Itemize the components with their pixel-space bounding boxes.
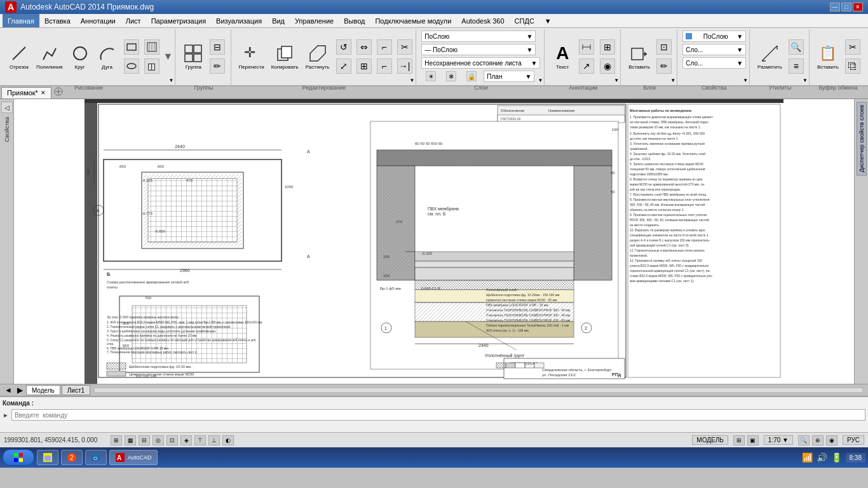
props-expand[interactable]: ▼ xyxy=(743,78,748,83)
menu-a360[interactable]: Autodesk 360 xyxy=(456,14,509,27)
clock[interactable]: 8:38 xyxy=(846,453,865,463)
menu-annotate[interactable]: Аннотации xyxy=(76,14,121,27)
maximize-button[interactable]: □ xyxy=(841,3,851,11)
tool-array[interactable]: ⊞ xyxy=(355,57,374,75)
start-button[interactable] xyxy=(3,449,34,466)
tool-leader[interactable]: ↗ xyxy=(577,57,596,75)
plan-dropdown[interactable]: План▼ xyxy=(484,71,534,82)
menu-home[interactable]: Главная xyxy=(3,14,39,27)
tray-battery[interactable]: 🔋 xyxy=(831,452,842,463)
layer-toggle1[interactable]: ☀ xyxy=(421,71,440,82)
status-icon-polar[interactable]: ◎ xyxy=(153,435,164,445)
tool-region[interactable]: ◫ xyxy=(142,57,161,75)
menu-output[interactable]: Вывод xyxy=(339,14,370,27)
command-input[interactable] xyxy=(11,409,865,421)
status-icon-snap[interactable]: ▦ xyxy=(125,435,136,445)
tool-copy[interactable]: Копировать xyxy=(269,42,301,71)
tool-polyline[interactable]: Полилиния xyxy=(34,42,65,71)
tool-trim[interactable]: ✂ xyxy=(395,38,414,56)
drawing-canvas[interactable]: Обозначение Наименование ГОСТ1321-16 А-А xyxy=(14,99,854,384)
layer-dropdown[interactable]: ПоСлою▼ xyxy=(421,30,536,42)
tool-find[interactable]: 🔍 xyxy=(787,38,806,56)
status-icon-qp[interactable]: ◐ xyxy=(222,435,234,445)
tool-groupedit[interactable]: ✏ xyxy=(208,57,227,75)
tool-rotate[interactable]: ↺ xyxy=(334,38,353,56)
model-btn[interactable]: МОДЕЛЬ xyxy=(692,435,728,445)
tool-insert[interactable]: Вставить xyxy=(626,42,653,71)
view-icon-3[interactable]: ◉ xyxy=(826,435,837,445)
lineweight-dropdown[interactable]: Сло...▼ xyxy=(682,57,746,69)
tool-stretch[interactable]: Растянуть xyxy=(303,42,332,71)
tool-ungroup[interactable]: ⊟ xyxy=(208,38,227,56)
close-button[interactable]: ✕ xyxy=(853,3,863,11)
tool-table[interactable]: ⊞ xyxy=(598,38,617,56)
tool-extend[interactable]: →| xyxy=(395,57,414,75)
menu-more[interactable]: ▼ xyxy=(539,14,557,27)
menu-viz[interactable]: Визуализация xyxy=(211,14,267,27)
tool-copy2[interactable]: ⿻ xyxy=(843,57,862,75)
sheet-nav-next[interactable]: ▶ xyxy=(15,386,25,395)
linetype-dropdown[interactable]: — ПоСлою▼ xyxy=(421,44,536,55)
tool-mirror[interactable]: ⇔ xyxy=(355,38,374,56)
minimize-button[interactable]: — xyxy=(830,3,840,11)
tool-text[interactable]: A Текст xyxy=(550,42,575,71)
taskbar-explorer[interactable] xyxy=(37,450,58,465)
util-expand[interactable]: ▼ xyxy=(803,78,808,83)
sheet-tab-model[interactable]: Модель xyxy=(26,385,60,395)
menu-view[interactable]: Вид xyxy=(267,14,290,27)
status-icon-ortho[interactable]: ⊟ xyxy=(139,435,150,445)
tool-hatch[interactable] xyxy=(142,38,161,56)
sheet-tab-sheet1[interactable]: Лист1 xyxy=(62,385,90,395)
status-icon-osnap[interactable]: ⊡ xyxy=(166,435,178,445)
menu-spds[interactable]: СПДС xyxy=(510,14,539,27)
sidebar-btn-1[interactable]: ◁ xyxy=(1,102,13,113)
layer-toggle2[interactable]: ❄ xyxy=(442,71,461,82)
layout-icon-1[interactable]: ⊞ xyxy=(733,435,745,445)
layout-icon-2[interactable]: ▣ xyxy=(747,435,759,445)
color-dropdown[interactable]: ПоСлою▼ xyxy=(682,30,746,42)
tray-network[interactable]: 📶 xyxy=(802,452,813,463)
draw-expand[interactable]: ▼ xyxy=(168,78,173,83)
tool-ellipse[interactable] xyxy=(122,57,141,75)
unsaved-state[interactable]: Несохраненное состояние листа▼ xyxy=(421,57,540,69)
menu-plugins[interactable]: Подключаемые модули xyxy=(370,14,456,27)
tool-arc[interactable]: Дуга xyxy=(95,42,120,71)
tool-block-edit[interactable]: ✏ xyxy=(654,57,674,75)
tool-mark[interactable]: ◉ xyxy=(598,57,617,75)
layers-expand[interactable]: ▼ xyxy=(538,78,543,83)
annot-expand[interactable]: ▼ xyxy=(614,78,619,83)
right-sidebar-label[interactable]: Диспетчер свойств слоев xyxy=(857,102,867,175)
sheet-nav-prev[interactable]: ◄ xyxy=(3,386,14,395)
edit-expand[interactable]: ▼ xyxy=(409,78,414,83)
status-icon-grid[interactable]: ⊞ xyxy=(111,435,122,445)
tool-create-block[interactable]: ⊡ xyxy=(654,38,674,56)
tool-fillet[interactable]: ⌐ xyxy=(375,38,394,56)
taskbar-2[interactable]: 2 xyxy=(61,450,83,465)
menu-parametrize[interactable]: Параметризация xyxy=(146,14,211,27)
scale-btn[interactable]: 1:70 ▼ xyxy=(764,435,793,445)
status-icon-linewidth[interactable]: ⊥ xyxy=(208,435,220,445)
tool-line[interactable]: Отрезок xyxy=(6,42,32,71)
tool-circle[interactable]: Круг xyxy=(67,42,93,71)
menu-insert[interactable]: Вставка xyxy=(39,14,76,27)
tool-rect[interactable] xyxy=(122,38,141,56)
tool-dim[interactable] xyxy=(577,38,596,56)
linetype-prop-dropdown[interactable]: Сло...▼ xyxy=(682,44,746,55)
tool-chamfer[interactable]: ⌐ xyxy=(375,57,394,75)
tool-move[interactable]: ✛ Перенести xyxy=(236,42,267,71)
tool-quickcalc[interactable]: ≡ xyxy=(787,57,806,75)
taskbar-outlook[interactable]: O xyxy=(85,450,107,465)
tool-scale[interactable]: ⤢ xyxy=(334,57,353,75)
view-icon-2[interactable]: ⊕ xyxy=(812,435,824,445)
menu-sheet[interactable]: Лист xyxy=(121,14,146,27)
taskbar-autocad[interactable]: A AutoCAD xyxy=(109,450,158,465)
status-icon-dynamic[interactable]: ⊤ xyxy=(194,435,206,445)
block-expand[interactable]: ▼ xyxy=(670,78,675,83)
tool-group[interactable]: Группа xyxy=(180,42,206,71)
tool-cut[interactable]: ✂ xyxy=(843,38,862,56)
tool-paste[interactable]: 📋 Вставить xyxy=(815,42,841,71)
layer-toggle3[interactable]: 🔒 xyxy=(462,71,481,82)
status-icon-otrack[interactable]: ◈ xyxy=(180,435,192,445)
tray-volume[interactable]: 🔊 xyxy=(817,452,827,463)
tool-measure[interactable]: Разметить xyxy=(755,42,785,71)
